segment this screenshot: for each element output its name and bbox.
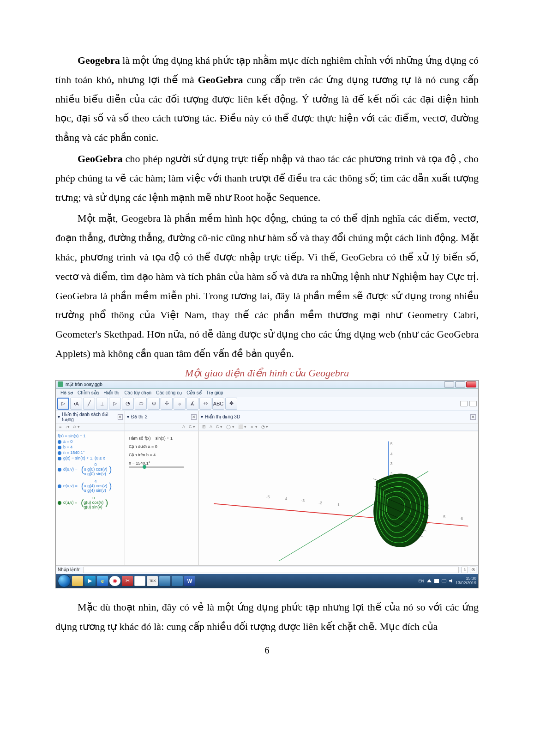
paragraph-1: Geogebra là một ứng dụng khá phức tạp nh… [55,51,479,147]
page-number: 6 [55,645,479,656]
tray-show-hidden-icon[interactable] [427,579,432,582]
input-updown-icon[interactable]: ⇕ [462,567,468,573]
tool-circle[interactable]: ◔ [122,398,134,410]
menu-options[interactable]: Các tùy chọn [122,390,153,396]
system-tray: EN 15:30 13/02/2019 [418,576,476,586]
taskbar-tex-icon[interactable]: TEX [147,576,158,586]
svg-text:-1: -1 [336,502,340,507]
taskbar-media-icon[interactable]: ▶ [84,576,96,586]
tool-intersect[interactable]: ✢ [161,398,173,410]
svg-text:-5: -5 [266,495,270,499]
undo-button[interactable] [460,401,468,406]
algebra-subtoolbar: ≡ ↓▾ fx ▾ [56,423,125,431]
label-fx: Hàm số f(x) = sin(x) + 1 [129,436,195,441]
tool-point[interactable]: •A [70,398,82,410]
menu-help[interactable]: Trợ giúp [204,390,225,396]
taskbar-snip-icon[interactable]: ✂ [122,576,133,586]
menu-file[interactable]: Hồ sơ [59,390,75,396]
axes-toggle-icon[interactable]: ⊞ [201,424,207,429]
svg-text:6: 6 [461,516,463,521]
slider-knob[interactable] [143,465,146,469]
tool-line[interactable]: ╱ [83,398,95,410]
geogebra-screenshot: mặt tròn xoay.ggb Hồ sơ Chỉnh sửa Hiển t… [55,380,479,588]
graphics2-view[interactable]: Hàm số f(x) = sin(x) + 1 Cận dưới a = 0 … [125,431,199,565]
input-help-icon[interactable]: ⦿ [470,567,476,573]
start-button[interactable] [58,575,71,587]
taskbar-ie-icon[interactable]: e [97,576,108,586]
taskbar-geogebra-icon[interactable]: ◐ [134,576,145,586]
tool-transform[interactable]: ⟐ [174,398,186,410]
menu-edit[interactable]: Chỉnh sửa [76,390,101,396]
tool-ellipse[interactable]: ⬭ [135,398,147,410]
taskbar-chrome-icon[interactable]: ◉ [109,576,120,586]
algebra-b: b = 4 [63,445,72,449]
svg-text:-3: -3 [301,498,305,503]
label-a: Cận dưới a = 0 [129,444,195,449]
redo-button[interactable] [469,401,477,406]
menu-bar: Hồ sơ Chỉnh sửa Hiển thị Các tùy chọn Cá… [56,389,478,397]
menu-tools[interactable]: Các công cụ [154,390,184,396]
figure-caption: Một giao diện điển hình của Geogebra [55,367,479,379]
taskbar-app-icon[interactable] [159,576,170,586]
tool-angle[interactable]: ∡ [186,398,198,410]
svg-text:-2: -2 [318,500,322,505]
minimize-button[interactable] [444,381,454,387]
menu-view[interactable]: Hiển thị [102,390,121,396]
tray-flag-icon[interactable] [434,579,439,583]
paragraph-2: GeoGebra cho phép người sử dụng trực tiế… [55,149,479,207]
svg-text:3: 3 [390,461,393,466]
tool-move[interactable]: ▷ [57,398,69,410]
panel-graphics3d-header[interactable]: ▾ Hiển thị dạng 3D✕ [199,411,478,423]
bullet-icon [58,446,61,449]
panel-algebra-close-icon[interactable]: ✕ [118,414,123,420]
window-titlebar: mặt tròn xoay.ggb [56,381,478,389]
bullet-icon [58,451,61,455]
slider-label-n: n = 1540.1° [129,461,150,466]
menu-window[interactable]: Cửa sổ [185,390,204,396]
tool-move-view[interactable]: ✥ [225,398,237,410]
bold-geogebra-1: Geogebra [78,54,120,66]
tool-conic[interactable]: ⊙ [148,398,160,410]
graphics3d-subtoolbar: ⊞ A C ▾ ◯ ▾ ⬜ ▾ ⨯ ▾ ◔ ▾ [199,423,478,431]
tool-slider[interactable]: ⇔ [199,398,211,410]
paragraph-4: Mặc dù thoạt nhìn, đây có vẻ là một ứng … [55,598,479,636]
tray-lang[interactable]: EN [418,579,424,583]
graphics2-subtoolbar: A C ▾ [125,423,199,431]
graphics3d-view[interactable]: 5 4 3 2 -5 -4 -3 -2 -1 4 5 6 [199,431,478,565]
tool-text[interactable]: ABC [212,398,224,410]
panel-graphics2-header[interactable]: ▾ Đồ thị 2✕ [125,411,199,423]
svg-line-0 [214,503,468,526]
svg-text:-4: -4 [284,496,288,501]
taskbar-word-icon[interactable]: W [184,576,195,586]
window-title: mặt tròn xoay.ggb [66,382,444,387]
slider-n[interactable] [129,466,184,468]
sort-icon[interactable]: ≡ [58,424,63,429]
taskbar-explorer-icon[interactable] [72,576,83,586]
tray-battery-icon[interactable] [442,580,446,582]
panel-algebra-header[interactable]: ▾ Hiển thị danh sách đối tượng✕ [56,411,125,423]
paragraph-3: Một mặt, Geogebra là phần mềm hình học đ… [55,209,479,363]
close-button[interactable] [466,381,476,387]
tray-speaker-icon[interactable] [449,579,453,583]
input-bar: Nhập lệnh: ⇕⦿ [56,565,478,574]
taskbar-app2-icon[interactable] [172,576,183,586]
bullet-icon [58,440,61,444]
tool-polygon[interactable]: ▷ [109,398,121,410]
maximize-button[interactable] [455,381,465,387]
panel-graphics3d-close-icon[interactable]: ✕ [470,414,476,420]
scene-3d: 5 4 3 2 -5 -4 -3 -2 -1 4 5 6 [199,431,478,565]
bullet-icon [58,468,61,472]
algebra-gx: g(x) = sin(x) + 1, (0 ≤ x [63,456,105,460]
command-input[interactable] [83,567,459,573]
panel-graphics2-close-icon[interactable]: ✕ [191,414,197,420]
algebra-view[interactable]: f(x) = sin(x) + 1 a = 0 b = 4 n = 1540.1… [56,431,125,565]
bold-geogebra-3: GeoGebra [78,153,123,164]
algebra-a: a = 0 [63,439,72,444]
tray-clock[interactable]: 15:30 13/02/2019 [456,576,476,586]
svg-text:5: 5 [443,514,445,519]
input-label: Nhập lệnh: [58,567,80,572]
bullet-icon [58,501,61,505]
toolbar: ▷ •A ╱ ⟂ ▷ ◔ ⬭ ⊙ ✢ ⟐ ∡ ⇔ ABC ✥ [56,397,478,411]
bullet-icon [58,457,61,460]
tool-perpendicular[interactable]: ⟂ [96,398,108,410]
